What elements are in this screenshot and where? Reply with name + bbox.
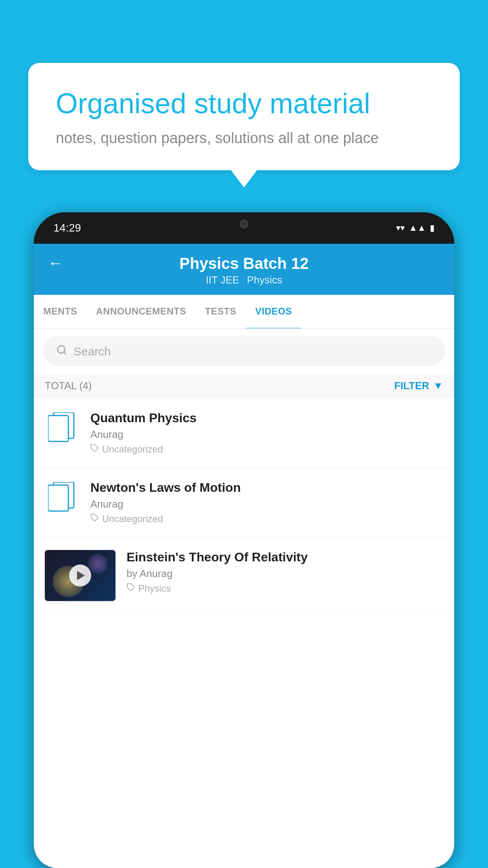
svg-rect-3 <box>48 416 68 441</box>
status-icons: ▾▾ ▲▲ ▮ <box>396 223 435 233</box>
tabs-bar: MENTS ANNOUNCEMENTS TESTS VIDEOS <box>34 295 454 329</box>
tab-announcements[interactable]: ANNOUNCEMENTS <box>87 295 196 328</box>
search-bar[interactable]: Search <box>43 337 445 366</box>
header-subtitle-iit: IIT JEE <box>206 274 239 286</box>
list-item[interactable]: Quantum Physics Anurag Uncategorized <box>34 398 454 468</box>
battery-icon: ▮ <box>430 223 435 233</box>
filter-label: FILTER <box>394 380 429 392</box>
filter-row: TOTAL (4) FILTER ▼ <box>34 373 454 398</box>
video-title-newton: Newton's Laws of Motion <box>90 480 443 495</box>
speech-bubble-subtitle: notes, question papers, solutions all at… <box>56 130 432 147</box>
play-button-einstein[interactable] <box>69 565 91 587</box>
app-header: ← Physics Batch 12 IIT JEE Physics <box>34 244 454 295</box>
camera-dot <box>240 220 248 228</box>
phone-frame: 14:29 ▾▾ ▲▲ ▮ ← Physics Batch 12 IIT JEE… <box>34 212 454 868</box>
video-info-quantum: Quantum Physics Anurag Uncategorized <box>90 411 443 455</box>
tag-text-quantum: Uncategorized <box>102 444 163 455</box>
tag-icon-quantum <box>90 444 99 455</box>
speech-bubble: Organised study material notes, question… <box>28 63 460 170</box>
tab-tests[interactable]: TESTS <box>196 295 246 328</box>
svg-line-1 <box>64 352 66 354</box>
video-author-einstein: by Anurag <box>127 568 443 580</box>
video-author-quantum: Anurag <box>90 428 443 441</box>
phone-notch <box>209 212 279 236</box>
video-tag-einstein: Physics <box>127 583 443 594</box>
svg-rect-6 <box>48 485 68 511</box>
doc-icon-newton <box>45 480 79 515</box>
search-container: Search <box>34 329 454 373</box>
header-subtitle-physics: Physics <box>247 274 283 286</box>
tag-text-newton: Uncategorized <box>102 513 163 524</box>
total-count: TOTAL (4) <box>45 380 92 392</box>
signal-icon: ▲▲ <box>409 223 426 233</box>
doc-icon-quantum <box>45 411 79 445</box>
status-time: 14:29 <box>53 222 81 234</box>
thumb-glow-2 <box>88 554 108 574</box>
tab-ments[interactable]: MENTS <box>34 295 87 328</box>
app-screen: ← Physics Batch 12 IIT JEE Physics MENTS… <box>34 244 454 868</box>
list-item[interactable]: Einstein's Theory Of Relativity by Anura… <box>34 537 454 614</box>
tag-icon-einstein <box>127 583 135 594</box>
filter-icon: ▼ <box>433 380 443 392</box>
tab-videos[interactable]: VIDEOS <box>246 295 302 329</box>
video-info-einstein: Einstein's Theory Of Relativity by Anura… <box>127 550 443 594</box>
filter-button[interactable]: FILTER ▼ <box>394 380 443 392</box>
tag-icon-newton <box>90 513 99 524</box>
status-bar: 14:29 ▾▾ ▲▲ ▮ <box>34 212 454 244</box>
search-icon <box>56 344 67 358</box>
video-tag-newton: Uncategorized <box>90 513 443 524</box>
video-info-newton: Newton's Laws of Motion Anurag Uncategor… <box>90 480 443 524</box>
play-triangle-icon <box>77 571 85 580</box>
video-title-quantum: Quantum Physics <box>90 411 443 425</box>
video-thumbnail-einstein <box>45 550 116 601</box>
header-subtitle: IIT JEE Physics <box>206 274 282 286</box>
back-button[interactable]: ← <box>48 255 63 272</box>
video-author-newton: Anurag <box>90 498 443 510</box>
wifi-icon: ▾▾ <box>396 223 405 233</box>
header-title: Physics Batch 12 <box>179 255 308 272</box>
video-list: Quantum Physics Anurag Uncategorized <box>34 398 454 614</box>
search-input-placeholder: Search <box>73 345 111 358</box>
speech-bubble-container: Organised study material notes, question… <box>28 63 460 170</box>
speech-bubble-title: Organised study material <box>56 86 432 120</box>
list-item[interactable]: Newton's Laws of Motion Anurag Uncategor… <box>34 468 454 537</box>
tag-text-einstein: Physics <box>138 583 171 594</box>
video-title-einstein: Einstein's Theory Of Relativity <box>127 550 443 565</box>
video-tag-quantum: Uncategorized <box>90 444 443 455</box>
